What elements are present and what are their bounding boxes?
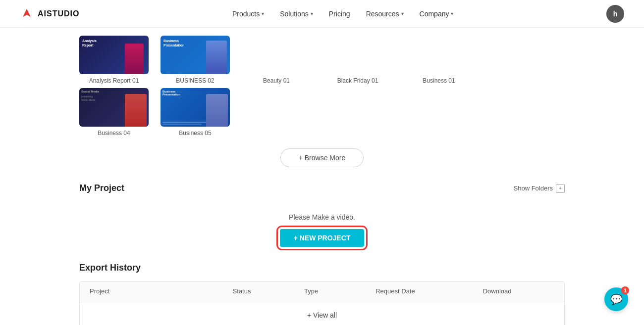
export-table: Project Status Type Request Date Downloa… [79,281,565,325]
nav-resources[interactable]: Resources ▾ [366,10,404,18]
template-label-beauty01: Beauty 01 [263,77,290,84]
template-thumb-business02[interactable]: BusinessPresentation [161,36,230,74]
templates-row-1: AnalysisReport Analysis Report 01 Busine… [79,28,565,88]
export-table-header: Project Status Type Request Date Downloa… [80,281,564,301]
avatar[interactable]: h [606,5,624,23]
browse-more-button[interactable]: + Browse More [280,148,364,167]
navbar: AISTUDIO Products ▾ Solutions ▾ Pricing … [0,0,644,28]
solutions-chevron-icon: ▾ [311,11,313,16]
template-label-business05: Business 05 [179,130,211,137]
template-thumb-business04[interactable]: Social Media presentingSocial Media [79,88,149,127]
my-project-title: My Project [79,183,124,193]
template-label-business04: Business 04 [98,130,130,137]
nav-products[interactable]: Products ▾ [232,10,264,18]
nav-pricing[interactable]: Pricing [329,10,350,18]
template-label-business02: BUSINESS 02 [176,77,214,84]
navbar-user: h [606,5,624,23]
navbar-nav: Products ▾ Solutions ▾ Pricing Resources… [232,10,453,18]
view-all-link[interactable]: + View all [307,311,337,319]
template-business05: BusinessPresentation Business 05 [161,88,230,137]
col-request-date: Request Date [376,287,483,295]
project-empty-state: Please Make a video. + NEW PROJECT [79,205,565,263]
products-chevron-icon: ▾ [262,11,264,16]
template-beauty01: Beauty 01 [242,72,311,84]
export-history-title: Export History [79,263,565,273]
chat-icon: 💬 [610,293,623,305]
main-content: AnalysisReport Analysis Report 01 Busine… [0,28,644,325]
project-empty-text: Please Make a video. [289,213,355,221]
resources-chevron-icon: ▾ [401,11,404,16]
my-project-section: My Project Show Folders + Please Make a … [79,183,565,263]
view-all-row: + View all [80,301,564,325]
col-status: Status [233,287,304,295]
folder-icon: + [556,184,565,193]
chat-badge: 1 [621,286,629,294]
browse-more-section: + Browse More [79,140,565,183]
chat-bubble[interactable]: 💬 1 [604,287,628,311]
template-thumb-analysis[interactable]: AnalysisReport [79,36,149,74]
new-project-button[interactable]: + NEW PROJECT [280,229,365,247]
company-chevron-icon: ▾ [451,11,453,16]
template-analysis-report: AnalysisReport Analysis Report 01 [79,36,149,84]
template-label-business01: Business 01 [423,77,455,84]
export-history-section: Export History Project Status Type Reque… [79,263,565,325]
template-label-analysis: Analysis Report 01 [89,77,139,84]
nav-solutions[interactable]: Solutions ▾ [280,10,313,18]
navbar-logo-area: AISTUDIO [20,7,79,21]
template-blackfriday01: Black Friday 01 [323,72,392,84]
col-project: Project [90,287,233,295]
nav-company[interactable]: Company ▾ [420,10,454,18]
show-folders-button[interactable]: Show Folders + [514,184,565,193]
export-table-body: + View all [80,301,564,325]
brand-name: AISTUDIO [38,9,79,18]
my-project-header: My Project Show Folders + [79,183,565,193]
template-business01: Business 01 [404,72,474,84]
template-thumb-business05[interactable]: BusinessPresentation [161,88,230,127]
template-business02: BusinessPresentation BUSINESS 02 [161,36,230,84]
col-download: Download [483,287,554,295]
template-business04: Social Media presentingSocial Media Busi… [79,88,149,137]
template-label-blackfriday01: Black Friday 01 [337,77,378,84]
col-type: Type [304,287,376,295]
deepbrain-logo-icon [20,7,34,21]
templates-row-2: Social Media presentingSocial Media Busi… [79,88,565,140]
